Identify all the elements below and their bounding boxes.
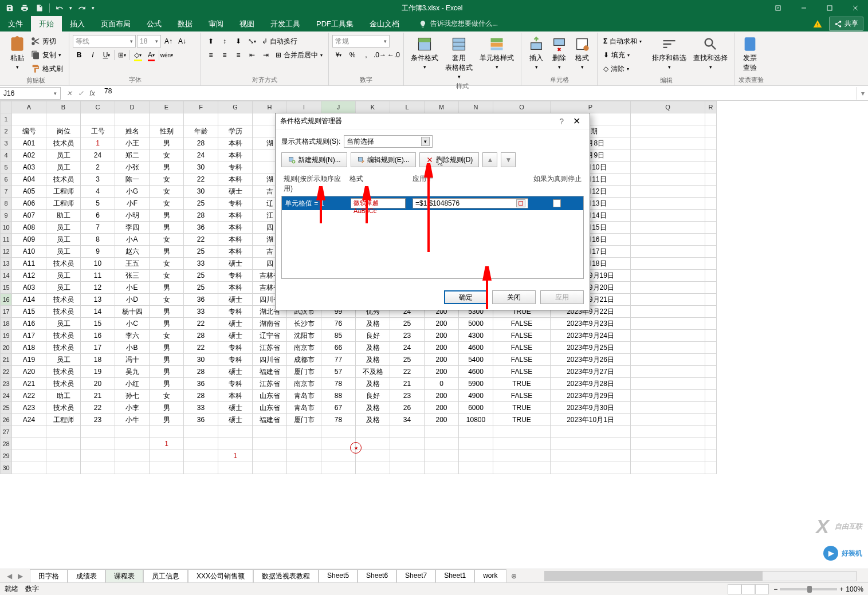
cell[interactable]: 21 <box>81 390 115 402</box>
cell[interactable] <box>184 462 218 474</box>
cell[interactable]: 员工 <box>46 270 81 282</box>
cell[interactable]: 16 <box>81 330 115 342</box>
cell[interactable]: 33 <box>184 306 218 318</box>
row-header[interactable]: 27 <box>1 426 12 438</box>
cell[interactable]: 技术员 <box>46 366 81 378</box>
cell[interactable]: FALSE <box>493 330 551 342</box>
cell[interactable]: A10 <box>12 246 46 258</box>
cell[interactable]: 专科 <box>218 161 253 174</box>
cell[interactable]: 25 <box>184 246 218 258</box>
cell[interactable]: 男 <box>150 378 184 390</box>
indent-inc-icon[interactable]: ⇥ <box>260 49 272 61</box>
cell[interactable]: 技术员 <box>46 258 81 270</box>
col-header[interactable]: C <box>81 101 115 113</box>
tab-insert[interactable]: 插入 <box>62 16 93 31</box>
cell[interactable]: 张三 <box>115 270 150 282</box>
col-header[interactable]: F <box>184 101 218 113</box>
cell[interactable]: 26 <box>390 402 425 414</box>
zoom-out-icon[interactable]: − <box>773 585 777 593</box>
row-header[interactable]: 7 <box>1 186 12 198</box>
cell[interactable]: 200 <box>425 390 459 402</box>
zoom-level[interactable]: 100% <box>846 585 863 593</box>
fill-button[interactable]: ⬇填充▾ <box>601 49 644 61</box>
col-header[interactable]: D <box>115 101 150 113</box>
cell[interactable]: 及格 <box>356 318 390 330</box>
sheet-nav[interactable]: ◀▶ <box>0 571 30 581</box>
cell[interactable] <box>705 402 717 414</box>
cell[interactable] <box>705 330 717 342</box>
cell[interactable]: 4900 <box>459 390 493 402</box>
cell[interactable] <box>705 137 717 149</box>
cell[interactable] <box>253 438 287 450</box>
underline-button[interactable]: U▾ <box>100 49 113 61</box>
zoom-in-icon[interactable]: + <box>839 585 843 593</box>
hscrollbar[interactable] <box>544 571 857 581</box>
cell[interactable] <box>705 246 717 258</box>
col-header[interactable]: P <box>551 101 631 113</box>
cell[interactable] <box>705 186 717 198</box>
cell[interactable] <box>551 426 631 438</box>
cell[interactable]: A05 <box>12 186 46 198</box>
cell[interactable]: 男 <box>150 137 184 149</box>
cell[interactable]: A24 <box>12 414 46 426</box>
cell[interactable]: 36 <box>184 378 218 390</box>
rules-list[interactable]: 单元格值 = 1 微软卓越 AaBbCc =$1:$1048576 <box>281 196 584 279</box>
cell[interactable]: 技术员 <box>46 402 81 414</box>
tab-data[interactable]: 数据 <box>170 16 201 31</box>
cell[interactable]: 性别 <box>150 125 184 137</box>
cell[interactable] <box>631 330 705 342</box>
share-button[interactable]: 共享 <box>829 17 863 31</box>
cell[interactable]: 1 <box>150 438 184 450</box>
cell[interactable] <box>321 462 356 474</box>
cell[interactable] <box>253 462 287 474</box>
cell[interactable]: 及格 <box>356 342 390 354</box>
cell[interactable]: 硕士 <box>218 330 253 342</box>
phonetic-button[interactable]: wén▾ <box>160 49 173 61</box>
cell[interactable]: 小A <box>115 234 150 246</box>
new-icon[interactable] <box>34 3 45 13</box>
row-header[interactable]: 26 <box>1 414 12 426</box>
cell[interactable]: 2023年9月29日 <box>551 390 631 402</box>
table-format-button[interactable]: 套用 表格格式▾ <box>442 35 476 81</box>
rule-row[interactable]: 单元格值 = 1 微软卓越 AaBbCc =$1:$1048576 <box>282 196 583 210</box>
cell[interactable]: 男 <box>150 210 184 222</box>
cell[interactable]: 男 <box>150 414 184 426</box>
italic-button[interactable]: I <box>87 49 99 61</box>
cell[interactable]: 小红 <box>115 378 150 390</box>
increase-decimal-icon[interactable]: .0→ <box>374 49 386 61</box>
cell[interactable]: A20 <box>12 366 46 378</box>
col-header[interactable]: M <box>425 101 459 113</box>
sheet-tab[interactable]: Sheet7 <box>396 569 435 584</box>
cell[interactable] <box>631 426 705 438</box>
cell[interactable]: 12 <box>81 282 115 294</box>
cell[interactable] <box>705 390 717 402</box>
cell[interactable] <box>184 426 218 438</box>
col-header[interactable]: G <box>218 101 253 113</box>
rule-applies-input[interactable]: =$1:$1048576 <box>413 198 528 208</box>
cell[interactable]: 88 <box>321 390 356 402</box>
cell[interactable] <box>46 438 81 450</box>
cell[interactable]: 4600 <box>459 366 493 378</box>
cell[interactable] <box>631 210 705 222</box>
row-header[interactable]: 10 <box>1 222 12 234</box>
cell[interactable]: 11 <box>81 270 115 282</box>
cell[interactable]: 200 <box>425 354 459 366</box>
delete-cells-button[interactable]: 删除▾ <box>548 35 571 71</box>
cell[interactable] <box>390 462 425 474</box>
cell[interactable]: 22 <box>184 318 218 330</box>
cell[interactable]: 本科 <box>218 246 253 258</box>
cell-styles-button[interactable]: 单元格样式▾ <box>476 35 517 71</box>
cell[interactable] <box>631 354 705 366</box>
cell[interactable]: A03 <box>12 282 46 294</box>
cell[interactable]: 男 <box>150 366 184 378</box>
cell[interactable] <box>493 450 551 462</box>
cell[interactable]: 年龄 <box>184 125 218 137</box>
print-icon[interactable] <box>19 3 30 13</box>
cell[interactable]: 硕士 <box>218 258 253 270</box>
cell[interactable] <box>551 438 631 450</box>
cell[interactable]: 编号 <box>12 125 46 137</box>
sheet-tab[interactable]: Sheet6 <box>358 569 396 584</box>
cell[interactable]: 员工 <box>46 222 81 234</box>
cell[interactable]: 13 <box>81 294 115 306</box>
cell[interactable]: 硕士 <box>218 318 253 330</box>
